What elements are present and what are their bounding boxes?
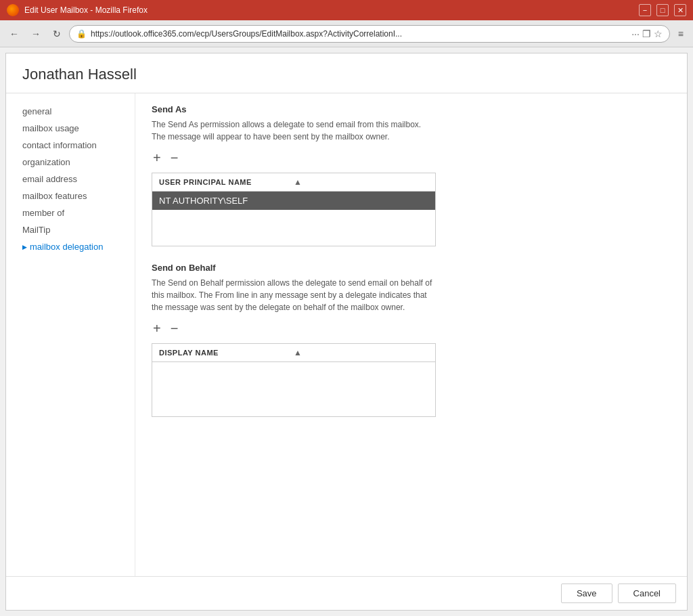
send-as-section: Send As The Send As permission allows a … (152, 104, 671, 246)
titlebar-title: Edit User Mailbox - Mozilla Firefox (24, 5, 148, 15)
refresh-button[interactable]: ↻ (49, 26, 65, 42)
lock-icon: 🔒 (76, 29, 87, 39)
send-on-behalf-table-body (152, 362, 435, 416)
sidebar-item-mailtip[interactable]: MailTip (6, 221, 135, 238)
sidebar-item-member-of[interactable]: member of (6, 204, 135, 221)
address-bar: 🔒 https://outlook.office365.com/ecp/User… (69, 25, 670, 43)
sidebar-item-email-address[interactable]: email address (6, 171, 135, 188)
navbar: ← → ↻ 🔒 https://outlook.office365.com/ec… (0, 20, 693, 47)
cancel-button[interactable]: Cancel (618, 584, 676, 603)
sidebar-item-general[interactable]: general (6, 103, 135, 120)
user-name: Jonathan Hassell (22, 66, 671, 83)
window-content: Jonathan Hassell general mailbox usage c… (5, 53, 688, 611)
send-on-behalf-sort-icon[interactable]: ▲ (294, 348, 428, 357)
forward-button[interactable]: → (27, 26, 45, 42)
minimize-button[interactable]: − (639, 4, 651, 16)
left-nav: general mailbox usage contact informatio… (6, 93, 135, 576)
sidebar-item-mailbox-usage[interactable]: mailbox usage (6, 120, 135, 137)
url-text: https://outlook.office365.com/ecp/UsersG… (91, 29, 627, 39)
sidebar-item-organization[interactable]: organization (6, 154, 135, 171)
send-as-sort-icon[interactable]: ▲ (294, 177, 428, 187)
restore-button[interactable]: □ (656, 4, 669, 16)
titlebar: Edit User Mailbox - Mozilla Firefox − □ … (0, 0, 693, 20)
firefox-icon (7, 4, 19, 16)
close-button[interactable]: ✕ (674, 4, 686, 16)
bookmark-icon[interactable]: ☆ (654, 28, 663, 39)
content-area: general mailbox usage contact informatio… (6, 93, 687, 576)
send-as-table: USER PRINCIPAL NAME ▲ NT AUTHORITY\SELF (152, 173, 436, 246)
sidebar-item-mailbox-features[interactable]: mailbox features (6, 188, 135, 204)
send-on-behalf-section: Send on Behalf The Send on Behalf permis… (152, 263, 671, 417)
send-as-table-header[interactable]: USER PRINCIPAL NAME ▲ (152, 173, 435, 192)
send-as-table-body: NT AUTHORITY\SELF (152, 192, 435, 246)
send-on-behalf-table: DISPLAY NAME ▲ (152, 343, 436, 417)
send-as-add-button[interactable]: + (152, 151, 162, 164)
footer: Save Cancel (6, 576, 687, 610)
send-on-behalf-column-label: DISPLAY NAME (159, 349, 294, 357)
sidebar-item-mailbox-delegation[interactable]: mailbox delegation (6, 238, 135, 255)
send-as-title: Send As (152, 104, 671, 114)
pocket-icon[interactable]: ❐ (642, 28, 651, 39)
more-icon[interactable]: ··· (631, 28, 640, 39)
send-as-remove-button[interactable]: − (169, 151, 180, 164)
send-as-row[interactable]: NT AUTHORITY\SELF (152, 192, 435, 210)
right-content: Send As The Send As permission allows a … (135, 93, 687, 576)
send-on-behalf-title: Send on Behalf (152, 263, 671, 273)
send-on-behalf-description: The Send on Behalf permission allows the… (152, 277, 436, 313)
send-on-behalf-remove-button[interactable]: − (169, 322, 180, 335)
save-button[interactable]: Save (561, 584, 612, 603)
user-header: Jonathan Hassell (6, 53, 687, 93)
send-as-buttons: + − (152, 151, 671, 164)
send-as-column-label: USER PRINCIPAL NAME (159, 178, 294, 186)
back-button[interactable]: ← (5, 26, 23, 42)
sidebar-item-contact-information[interactable]: contact information (6, 137, 135, 154)
send-as-description: The Send As permission allows a delegate… (152, 118, 436, 143)
menu-button[interactable]: ≡ (674, 26, 688, 42)
titlebar-controls: − □ ✕ (639, 4, 686, 16)
send-on-behalf-add-button[interactable]: + (152, 322, 162, 335)
send-on-behalf-table-header[interactable]: DISPLAY NAME ▲ (152, 344, 435, 362)
send-on-behalf-buttons: + − (152, 322, 671, 335)
